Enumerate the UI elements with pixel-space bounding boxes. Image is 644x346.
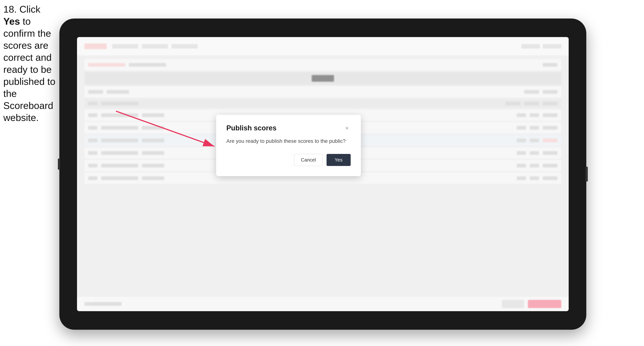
cell-total: [543, 113, 558, 117]
cell-name: [101, 126, 138, 130]
tablet-screen: Publish scores × Are you ready to publis…: [77, 37, 569, 311]
tablet-power-button: [586, 167, 588, 181]
cell-total: [543, 126, 558, 130]
cell-club: [142, 113, 164, 117]
filter-3: [524, 90, 539, 94]
instruction-emphasis: Yes: [3, 16, 20, 27]
nav-item-3: [172, 44, 198, 48]
title-action: [543, 63, 558, 67]
instruction-text-post: to confirm the scores are correct and re…: [3, 16, 55, 123]
col-total: [543, 102, 558, 105]
tablet-volume-button: [58, 159, 60, 170]
page-title-row: [84, 59, 561, 70]
cell-total: [543, 176, 558, 180]
filter-row: [84, 86, 561, 97]
cell-s1: [517, 113, 526, 117]
filter-2: [107, 90, 129, 94]
yes-button[interactable]: Yes: [326, 154, 351, 166]
cell-s2: [530, 139, 539, 142]
bottom-text: [84, 302, 122, 306]
dialog-header: Publish scores ×: [226, 124, 351, 132]
app-content: [77, 56, 569, 311]
cell-s1: [517, 139, 526, 142]
bottom-btn-publish: [528, 300, 561, 308]
col-rank: [88, 102, 98, 105]
cell-club: [142, 151, 164, 155]
cell-club: [142, 139, 164, 142]
cell-s2: [530, 113, 539, 117]
bottom-action-bar: [77, 296, 569, 311]
cell-rank: [88, 164, 98, 168]
cell-s2: [530, 176, 539, 180]
title-icon: [88, 63, 125, 67]
app-nav: [112, 44, 516, 48]
cell-rank: [88, 113, 98, 117]
dialog-title: Publish scores: [226, 124, 276, 132]
dialog-close-button[interactable]: ×: [343, 125, 351, 132]
cell-s1: [517, 126, 526, 130]
cell-s1: [517, 151, 526, 155]
header-action-2: [543, 44, 561, 48]
sub-header-btn: [312, 75, 334, 82]
cell-s1: [517, 164, 526, 168]
filter-1: [88, 90, 103, 94]
nav-item-2: [142, 44, 168, 48]
nav-item-1: [112, 44, 138, 48]
cell-total: [543, 139, 558, 142]
sub-header-row: [84, 72, 561, 85]
cell-total: [543, 151, 558, 155]
col-score1: [506, 102, 520, 105]
cell-rank: [88, 151, 98, 155]
cell-rank: [88, 126, 98, 130]
app-header: [77, 37, 569, 56]
cell-name: [101, 113, 138, 117]
cell-s1: [517, 176, 526, 180]
cell-name: [101, 164, 138, 168]
col-score2: [524, 102, 539, 105]
col-name: [101, 102, 138, 105]
instruction-text-pre: Click: [20, 4, 40, 15]
cell-total: [543, 164, 558, 168]
instruction-number: 18.: [3, 4, 17, 15]
cancel-button[interactable]: Cancel: [294, 154, 323, 166]
tablet-device: Publish scores × Are you ready to publis…: [59, 18, 586, 330]
header-action-1: [521, 44, 540, 48]
table-header-row: [84, 99, 561, 108]
filter-4: [543, 90, 558, 94]
dialog-message: Are you ready to publish these scores to…: [226, 137, 351, 145]
cell-club: [142, 164, 164, 168]
publish-scores-dialog: Publish scores × Are you ready to publis…: [216, 115, 361, 176]
cell-s2: [530, 164, 539, 168]
dialog-actions: Cancel Yes: [226, 154, 351, 166]
cell-club: [142, 176, 164, 180]
cell-name: [101, 139, 138, 142]
title-text: [129, 63, 166, 67]
cell-club: [142, 126, 164, 130]
cell-s2: [530, 126, 539, 130]
cell-s2: [530, 151, 539, 155]
instruction-panel: 18. Click Yes to confirm the scores are …: [3, 3, 59, 124]
app-logo: [84, 43, 107, 49]
cell-name: [101, 176, 138, 180]
cell-rank: [88, 176, 98, 180]
cell-name: [101, 151, 138, 155]
bottom-btn-1: [502, 300, 524, 308]
app-header-right: [521, 44, 561, 48]
cell-rank: [88, 139, 98, 142]
